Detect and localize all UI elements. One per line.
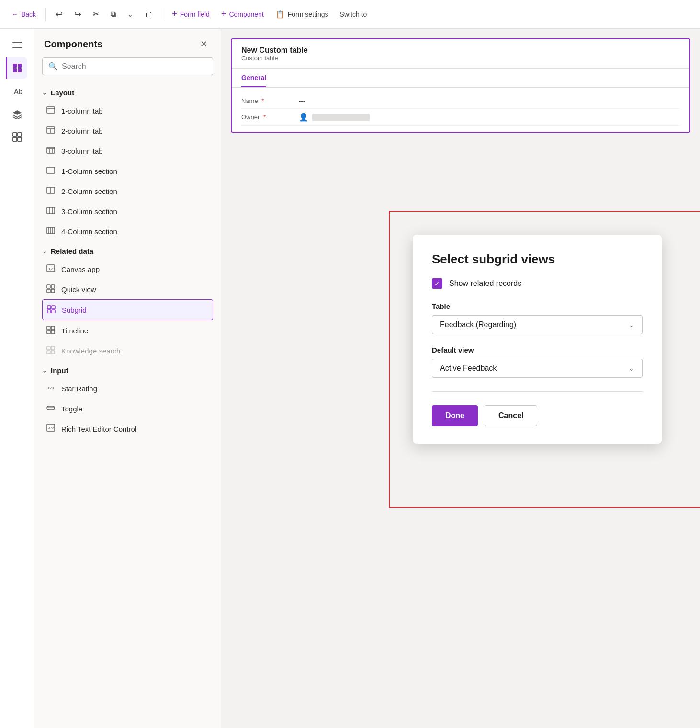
svg-rect-21 <box>47 167 55 173</box>
star-rating-label: Star Rating <box>61 385 97 393</box>
svg-text:123: 123 <box>48 267 55 271</box>
svg-rect-2 <box>12 47 22 48</box>
component-2-column-tab[interactable]: 2-column tab <box>42 121 213 141</box>
cancel-button[interactable]: Cancel <box>485 405 537 426</box>
table-dropdown-value: Feedback (Regarding) <box>440 320 516 329</box>
component-timeline[interactable]: Timeline <box>42 320 213 341</box>
layout-section-header[interactable]: ⌄ Layout <box>42 83 213 101</box>
component-canvas-app[interactable]: 123 Canvas app <box>42 259 213 279</box>
3-column-section-icon <box>46 206 56 216</box>
undo-button[interactable]: ↩ <box>52 6 67 23</box>
show-related-label: Show related records <box>449 279 521 288</box>
input-section-header[interactable]: ⌄ Input <box>42 361 213 378</box>
svg-rect-39 <box>47 310 51 313</box>
grid-icon[interactable] <box>6 57 27 79</box>
quick-view-label: Quick view <box>61 285 96 294</box>
table-dropdown[interactable]: Feedback (Regarding) ⌄ <box>432 315 643 334</box>
menu-icon[interactable] <box>7 34 28 56</box>
back-button[interactable]: ← Back <box>8 8 40 21</box>
divider-2 <box>162 8 162 21</box>
component-label: Component <box>229 11 263 18</box>
component-3-column-tab[interactable]: 3-column tab <box>42 141 213 161</box>
select-subgrid-dialog: Select subgrid views ✓ Show related reco… <box>413 235 662 444</box>
related-data-chevron-icon: ⌄ <box>42 248 47 255</box>
icon-rail: Abc <box>0 29 34 728</box>
delete-button[interactable]: 🗑 <box>141 7 156 22</box>
component-subgrid[interactable]: Subgrid <box>42 299 213 320</box>
toggle-label: Toggle <box>61 405 82 413</box>
svg-rect-35 <box>47 289 50 293</box>
general-tab[interactable]: General <box>241 69 266 87</box>
search-icon: 🔍 <box>48 62 58 71</box>
panel-close-button[interactable]: ✕ <box>196 36 211 52</box>
name-field-label: Name * <box>241 97 299 104</box>
svg-text:Abc: Abc <box>14 88 22 95</box>
components-icon[interactable] <box>7 126 28 148</box>
component-3-column-section[interactable]: 3-Column section <box>42 201 213 221</box>
star-rating-icon: 123 <box>46 383 56 394</box>
1-column-section-label: 1-Column section <box>61 167 117 175</box>
component-4-column-section[interactable]: 4-Column section <box>42 221 213 241</box>
copy-button[interactable]: ⧉ <box>107 7 120 22</box>
name-required-asterisk: * <box>261 97 264 104</box>
component-rich-text-editor[interactable]: Abc Rich Text Editor Control <box>42 419 213 439</box>
form-subtitle: Custom table <box>241 55 680 62</box>
3-column-section-label: 3-Column section <box>61 207 117 216</box>
text-icon[interactable]: Abc <box>7 80 28 102</box>
toggle-icon <box>46 403 56 414</box>
component-2-column-section[interactable]: 2-Column section <box>42 181 213 201</box>
component-star-rating[interactable]: 123 Star Rating <box>42 378 213 398</box>
switch-button[interactable]: Switch to <box>336 8 371 21</box>
svg-rect-5 <box>13 68 17 72</box>
canvas-app-label: Canvas app <box>61 265 100 273</box>
svg-rect-47 <box>47 351 50 354</box>
form-card-header: New Custom table Custom table <box>232 39 689 69</box>
table-field-group: Table Feedback (Regarding) ⌄ <box>432 302 643 334</box>
back-label: Back <box>21 11 36 18</box>
svg-rect-11 <box>18 137 22 141</box>
svg-rect-24 <box>47 207 55 214</box>
default-view-dropdown-chevron-icon: ⌄ <box>629 364 634 372</box>
4-column-section-label: 4-Column section <box>61 228 117 236</box>
component-toggle[interactable]: Toggle <box>42 398 213 419</box>
svg-rect-10 <box>13 137 17 141</box>
default-view-field-group: Default view Active Feedback ⌄ <box>432 346 643 378</box>
component-1-column-tab[interactable]: 1-column tab <box>42 101 213 121</box>
switch-label: Switch to <box>340 11 367 18</box>
form-field-label: Form field <box>180 11 210 18</box>
dialog-title: Select subgrid views <box>432 252 643 267</box>
form-field-button[interactable]: + Form field <box>168 6 214 22</box>
search-input[interactable] <box>62 62 207 71</box>
search-container: 🔍 <box>42 57 213 75</box>
component-knowledge-search: Knowledge search <box>42 341 213 361</box>
component-quick-view[interactable]: Quick view <box>42 279 213 299</box>
form-settings-label: Form settings <box>288 11 328 18</box>
component-1-column-section[interactable]: 1-Column section <box>42 161 213 181</box>
components-list: ⌄ Layout 1-column tab <box>34 83 221 728</box>
redo-button[interactable]: ↪ <box>70 6 85 23</box>
dropdown-arrow-button[interactable]: ⌄ <box>124 8 137 21</box>
plus-icon-2: + <box>221 9 226 19</box>
form-tabs: General <box>232 69 689 88</box>
owner-required-asterisk: * <box>263 114 266 121</box>
content-area: New Custom table Custom table General Na… <box>221 29 700 728</box>
toolbar: ← Back ↩ ↪ ✂ ⧉ ⌄ 🗑 + Form field + Compon… <box>0 0 700 29</box>
quick-view-icon <box>46 284 56 295</box>
2-column-section-icon <box>46 186 56 196</box>
svg-rect-17 <box>47 147 55 153</box>
rich-text-editor-label: Rich Text Editor Control <box>61 425 136 433</box>
svg-rect-37 <box>47 306 51 309</box>
rich-text-editor-icon: Abc <box>46 423 56 434</box>
layers-icon[interactable] <box>7 103 28 125</box>
show-related-checkbox[interactable]: ✓ <box>432 278 442 289</box>
knowledge-search-icon <box>46 345 56 356</box>
form-settings-button[interactable]: 📋 Form settings <box>271 7 332 22</box>
related-data-section-header[interactable]: ⌄ Related data <box>42 241 213 259</box>
done-button[interactable]: Done <box>432 405 478 426</box>
default-view-dropdown[interactable]: Active Feedback ⌄ <box>432 359 643 378</box>
svg-rect-12 <box>47 107 55 113</box>
svg-rect-6 <box>18 68 22 72</box>
dialog-actions: Done Cancel <box>432 405 643 426</box>
cut-button[interactable]: ✂ <box>89 7 103 22</box>
component-button[interactable]: + Component <box>217 6 268 22</box>
